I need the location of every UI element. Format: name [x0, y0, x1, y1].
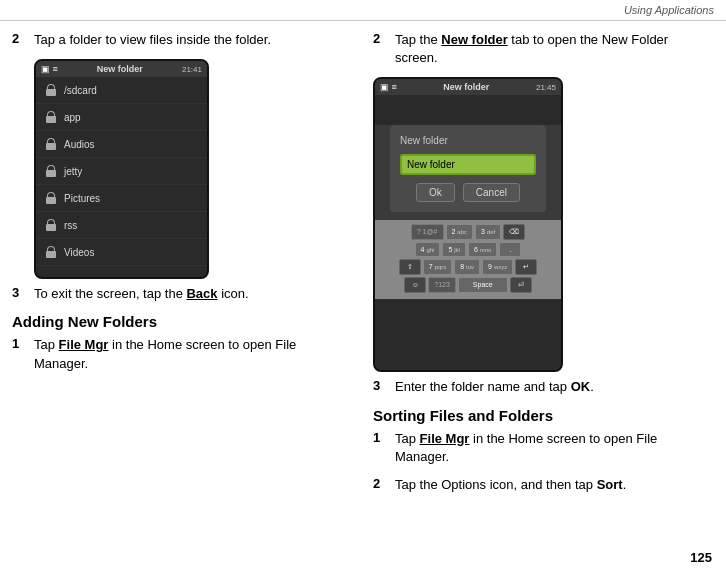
- kb-key-6mno[interactable]: 6 mno: [468, 242, 498, 257]
- kb-row-3: ⇧ 7 pqrs 8 tuv 9 wxyz ↵: [379, 259, 557, 275]
- keyboard: ? 1@# 2 abc 3 def ⌫ 4 ghi 5 jkl 6 mno . …: [375, 220, 561, 299]
- lock-icon-jetty: [44, 163, 58, 179]
- file-mgr-text-left: File Mgr: [59, 337, 109, 352]
- right-step2-text: Tap the New folder tab to open the New F…: [395, 31, 714, 67]
- left-adding-step1-num: 1: [12, 336, 26, 372]
- kb-key-5jkl[interactable]: 5 jkl: [442, 242, 466, 257]
- file-label-rss: rss: [64, 220, 77, 231]
- dialog-area: New folder New folder Ok Cancel: [390, 125, 546, 212]
- phone-right: ▣ ≡ New folder 21:45 New folder New fold…: [373, 77, 563, 372]
- kb-key-del[interactable]: ⌫: [503, 224, 525, 240]
- phone-right-signal: ▣ ≡: [380, 82, 397, 92]
- lock-icon-rss: [44, 217, 58, 233]
- kb-key-2abc[interactable]: 2 abc: [446, 224, 474, 240]
- kb-key-numswitch[interactable]: ?123: [428, 277, 456, 293]
- left-step3-num: 3: [12, 285, 26, 303]
- left-step2-num: 2: [12, 31, 26, 49]
- left-step-2: 2 Tap a folder to view files inside the …: [12, 31, 353, 49]
- file-label-videos: Videos: [64, 247, 94, 258]
- kb-key-return[interactable]: ⏎: [510, 277, 532, 293]
- left-column: 2 Tap a folder to view files inside the …: [12, 31, 353, 504]
- file-label-app: app: [64, 112, 81, 123]
- sort-step-2: 2 Tap the Options icon, and then tap Sor…: [373, 476, 714, 494]
- kb-key-3def[interactable]: 3 def: [475, 224, 501, 240]
- kb-row-1: ? 1@# 2 abc 3 def ⌫: [379, 224, 557, 240]
- dialog-buttons: Ok Cancel: [400, 183, 536, 202]
- file-item-sdcard: /sdcard: [36, 77, 207, 104]
- main-content: 2 Tap a folder to view files inside the …: [0, 21, 726, 504]
- kb-key-4ghi[interactable]: 4 ghi: [415, 242, 441, 257]
- sort-step2-num: 2: [373, 476, 387, 494]
- file-item-rss: rss: [36, 212, 207, 239]
- kb-key-emoji[interactable]: ☺: [404, 277, 426, 293]
- file-label-jetty: jetty: [64, 166, 82, 177]
- header-title: Using Applications: [624, 4, 714, 16]
- lock-icon-audios: [44, 136, 58, 152]
- left-step-3: 3 To exit the screen, tap the Back icon.: [12, 285, 353, 303]
- file-mgr-text-right: File Mgr: [420, 431, 470, 446]
- file-label-pictures: Pictures: [64, 193, 100, 204]
- page-number: 125: [690, 550, 712, 565]
- right-step-2: 2 Tap the New folder tab to open the New…: [373, 31, 714, 67]
- new-folder-tab-text: New folder: [441, 32, 507, 47]
- lock-icon-app: [44, 109, 58, 125]
- file-label-audios: Audios: [64, 139, 95, 150]
- kb-key-special[interactable]: ? 1@#: [411, 224, 444, 240]
- kb-key-7pqrs[interactable]: 7 pqrs: [423, 259, 453, 275]
- kb-row-4: ☺ ?123 Space ⏎: [379, 277, 557, 293]
- sort-step2-text: Tap the Options icon, and then tap Sort.: [395, 476, 626, 494]
- phone-left-time: 21:41: [182, 65, 202, 74]
- phone-left: ▣ ≡ New folder 21:41 /sdcard app: [34, 59, 209, 279]
- phone-right-time: 21:45: [536, 83, 556, 92]
- kb-key-space[interactable]: Space: [458, 277, 508, 293]
- ok-button[interactable]: Ok: [416, 183, 455, 202]
- right-column: 2 Tap the New folder tab to open the New…: [373, 31, 714, 504]
- left-step2-text: Tap a folder to view files inside the fo…: [34, 31, 271, 49]
- file-item-pictures: Pictures: [36, 185, 207, 212]
- lock-icon-videos: [44, 244, 58, 260]
- right-step-3: 3 Enter the folder name and tap OK.: [373, 378, 714, 396]
- phone-right-title: New folder: [443, 82, 489, 92]
- cancel-button[interactable]: Cancel: [463, 183, 520, 202]
- section-sorting: Sorting Files and Folders: [373, 407, 714, 424]
- left-step3-text: To exit the screen, tap the Back icon.: [34, 285, 249, 303]
- kb-key-8tuv[interactable]: 8 tuv: [454, 259, 480, 275]
- kb-row-2: 4 ghi 5 jkl 6 mno .: [379, 242, 557, 257]
- left-adding-step1: 1 Tap File Mgr in the Home screen to ope…: [12, 336, 353, 372]
- file-item-audios: Audios: [36, 131, 207, 158]
- right-step3-num: 3: [373, 378, 387, 396]
- right-step2-num: 2: [373, 31, 387, 67]
- header: Using Applications: [0, 0, 726, 21]
- dialog-input[interactable]: New folder: [400, 154, 536, 175]
- file-item-videos: Videos: [36, 239, 207, 266]
- kb-key-enter[interactable]: ↵: [515, 259, 537, 275]
- phone-left-title: New folder: [97, 64, 143, 74]
- phone-right-topbar: ▣ ≡ New folder 21:45: [375, 79, 561, 95]
- ok-text: OK: [571, 379, 591, 394]
- sort-step1-num: 1: [373, 430, 387, 466]
- phone-left-topbar: ▣ ≡ New folder 21:41: [36, 61, 207, 77]
- sort-step1-text: Tap File Mgr in the Home screen to open …: [395, 430, 714, 466]
- sort-step-1: 1 Tap File Mgr in the Home screen to ope…: [373, 430, 714, 466]
- kb-key-dot[interactable]: .: [499, 242, 521, 257]
- dialog-title: New folder: [400, 135, 536, 146]
- lock-icon-pictures: [44, 190, 58, 206]
- kb-key-shift[interactable]: ⇧: [399, 259, 421, 275]
- right-step3-text: Enter the folder name and tap OK.: [395, 378, 594, 396]
- left-adding-step1-text: Tap File Mgr in the Home screen to open …: [34, 336, 353, 372]
- sort-text: Sort: [597, 477, 623, 492]
- file-label-sdcard: /sdcard: [64, 85, 97, 96]
- kb-key-9wxyz[interactable]: 9 wxyz: [482, 259, 513, 275]
- file-item-app: app: [36, 104, 207, 131]
- file-item-jetty: jetty: [36, 158, 207, 185]
- section-adding-folders: Adding New Folders: [12, 313, 353, 330]
- back-text: Back: [186, 286, 217, 301]
- phone-left-signal: ▣ ≡: [41, 64, 58, 74]
- folder-icon-sdcard: [44, 82, 58, 98]
